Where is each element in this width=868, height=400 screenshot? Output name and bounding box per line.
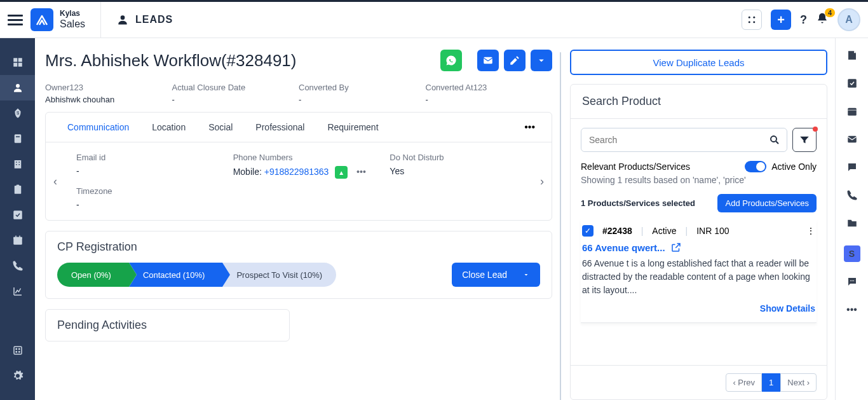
svg-point-36 — [850, 280, 851, 282]
svg-rect-15 — [18, 162, 20, 163]
next-button[interactable]: Next › — [780, 373, 817, 392]
add-button[interactable]: + — [771, 10, 791, 30]
svg-point-31 — [771, 136, 776, 142]
nav-calendar[interactable] — [0, 228, 35, 253]
rs-note-icon[interactable] — [846, 50, 858, 64]
apps-icon[interactable] — [742, 10, 762, 30]
nav-card[interactable] — [0, 126, 35, 151]
nav-clipboard[interactable] — [0, 177, 35, 202]
nav-dashboard[interactable] — [0, 50, 35, 75]
tab-social[interactable]: Social — [197, 113, 244, 141]
chevron-left-icon[interactable]: ‹ — [53, 175, 57, 188]
svg-rect-5 — [13, 58, 17, 62]
close-lead-button[interactable]: Close Lead — [452, 263, 540, 287]
nav-phone[interactable] — [0, 253, 35, 279]
timezone-label: Timezone — [76, 186, 218, 196]
tab-communication[interactable]: Communication — [56, 113, 140, 141]
user-avatar[interactable]: A — [837, 8, 860, 31]
split-handle[interactable] — [560, 52, 561, 400]
chevron-right-icon[interactable]: › — [540, 175, 544, 188]
help-icon[interactable]: ? — [800, 13, 807, 27]
rs-phone-icon[interactable] — [846, 190, 858, 203]
whatsapp-button[interactable] — [440, 50, 462, 71]
show-details-link[interactable]: Show Details — [582, 303, 815, 314]
external-link-icon[interactable] — [670, 242, 682, 253]
edit-button[interactable] — [504, 50, 526, 71]
rs-speech-icon[interactable] — [846, 276, 858, 290]
nav-chart[interactable] — [0, 279, 35, 304]
phone-more-icon[interactable]: ••• — [356, 167, 366, 177]
lead-info-row: Owner123 Abhishwk chouhan Actual Closure… — [45, 83, 552, 104]
nav-money[interactable]: $ — [0, 100, 35, 126]
filter-button[interactable] — [792, 128, 817, 152]
svg-rect-30 — [484, 57, 492, 64]
phone-number[interactable]: +918822981363 — [264, 167, 329, 177]
notification-bell[interactable]: 4 — [816, 12, 829, 27]
active-only-toggle[interactable] — [745, 161, 766, 172]
page-1-button[interactable]: 1 — [762, 373, 780, 392]
envelope-icon — [482, 55, 494, 66]
email-button[interactable] — [477, 50, 499, 71]
tab-more-icon[interactable]: ••• — [518, 113, 541, 142]
stage-prospect[interactable]: Prospect To Visit (10%) — [222, 263, 336, 287]
nav-settings[interactable] — [0, 363, 35, 389]
nav-leads[interactable] — [0, 75, 35, 100]
product-id: #22438 — [602, 226, 632, 236]
add-products-button[interactable]: Add Products/Services — [717, 194, 817, 212]
svg-point-27 — [18, 348, 20, 350]
svg-rect-34 — [848, 110, 857, 111]
rs-task-icon[interactable] — [846, 78, 858, 92]
stage-contacted[interactable]: Contacted (10%) — [129, 263, 223, 287]
svg-point-28 — [16, 352, 17, 353]
rs-calendar-icon[interactable] — [846, 106, 858, 120]
svg-rect-6 — [18, 58, 22, 62]
svg-point-3 — [749, 21, 750, 23]
owner-value: Abhishwk chouhan — [45, 95, 172, 104]
dropdown-button[interactable] — [531, 50, 552, 71]
dnd-value: Yes — [390, 166, 531, 176]
app-logo[interactable] — [31, 8, 53, 31]
prev-button[interactable]: ‹ Prev — [726, 373, 762, 392]
nav-grid[interactable] — [0, 338, 35, 363]
tab-requirement[interactable]: Requirement — [316, 113, 390, 141]
product-name[interactable]: 66 Avenue qwert... — [582, 242, 665, 253]
timezone-value: - — [76, 200, 218, 210]
convat-value: - — [426, 95, 553, 104]
rs-chat-icon[interactable] — [846, 162, 858, 176]
pagination: ‹ Prev 1 Next › — [571, 365, 827, 399]
pipeline: Open (0%) Contacted (10%) Prospect To Vi… — [57, 263, 442, 287]
svg-rect-12 — [16, 136, 20, 137]
results-hint: Showing 1 results based on 'name', 'pric… — [581, 175, 817, 185]
search-input[interactable] — [581, 128, 787, 151]
svg-rect-8 — [18, 63, 22, 67]
tab-location[interactable]: Location — [140, 113, 197, 141]
hamburger-icon[interactable] — [8, 12, 23, 27]
nav-building[interactable] — [0, 151, 35, 177]
tab-professional[interactable]: Professional — [244, 113, 316, 141]
product-more-icon[interactable]: ⋮ — [806, 226, 815, 236]
pending-title: Pending Activities — [57, 319, 278, 332]
rs-folder-icon[interactable] — [846, 217, 858, 231]
rs-sms-icon[interactable]: S — [844, 245, 860, 262]
search-icon[interactable] — [769, 134, 780, 146]
convby-label: Converted By — [299, 83, 426, 92]
main-content: Mrs. Abhishek Workflow(#328491) Owner123… — [35, 38, 560, 400]
stage-open[interactable]: Open (0%) — [57, 263, 129, 287]
view-duplicate-button[interactable]: View Duplicate Leads — [570, 50, 827, 75]
svg-point-29 — [18, 352, 20, 353]
rs-mail-icon[interactable] — [846, 134, 858, 148]
product-card: ✓ #22438 | Active | INR 100 ⋮ 66 Avenue … — [581, 219, 817, 323]
cp-card: CP Registration Open (0%) Contacted (10%… — [45, 231, 552, 299]
product-checkbox[interactable]: ✓ — [582, 225, 593, 237]
product-description: 66 Avenue t is a long established fact t… — [582, 257, 815, 297]
pencil-icon — [509, 55, 520, 66]
filter-icon — [799, 134, 810, 146]
svg-rect-13 — [14, 160, 21, 169]
svg-point-0 — [121, 15, 125, 20]
nav-check[interactable] — [0, 202, 35, 228]
svg-rect-33 — [848, 108, 857, 116]
rs-more-icon[interactable]: ••• — [846, 304, 857, 315]
cp-title: CP Registration — [46, 231, 552, 263]
left-sidebar: $ — [0, 38, 35, 400]
svg-point-2 — [753, 17, 755, 18]
